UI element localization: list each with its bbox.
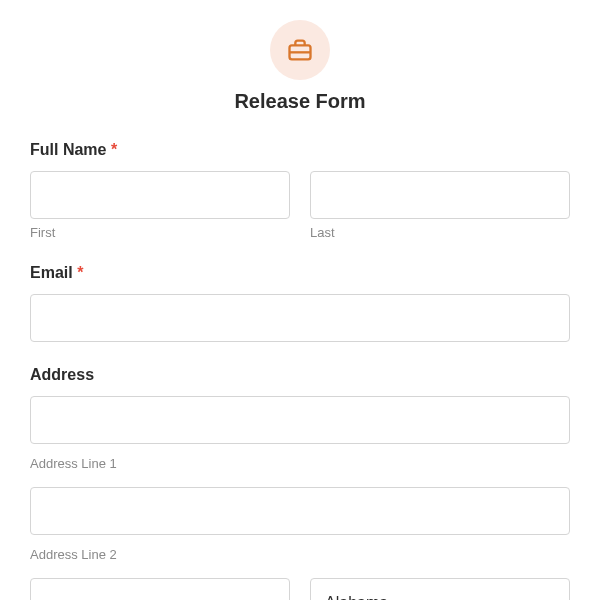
form-header: Release Form [30,20,570,113]
address-label: Address [30,366,570,384]
full-name-field: Full Name * First Last [30,141,570,240]
address-line1-sublabel: Address Line 1 [30,456,570,471]
briefcase-icon [270,20,330,80]
last-name-input[interactable] [310,171,570,219]
required-indicator: * [111,141,117,158]
full-name-label: Full Name * [30,141,570,159]
email-input[interactable] [30,294,570,342]
last-name-sublabel: Last [310,225,570,240]
email-label-text: Email [30,264,73,281]
address-line2-input[interactable] [30,487,570,535]
first-name-sublabel: First [30,225,290,240]
email-field: Email * [30,264,570,342]
form-title: Release Form [30,90,570,113]
address-field: Address Address Line 1 Address Line 2 Al… [30,366,570,600]
required-indicator: * [77,264,83,281]
address-line2-sublabel: Address Line 2 [30,547,570,562]
city-input[interactable] [30,578,290,600]
first-name-input[interactable] [30,171,290,219]
full-name-label-text: Full Name [30,141,106,158]
state-select[interactable]: Alabama [310,578,570,600]
email-label: Email * [30,264,570,282]
address-line1-input[interactable] [30,396,570,444]
